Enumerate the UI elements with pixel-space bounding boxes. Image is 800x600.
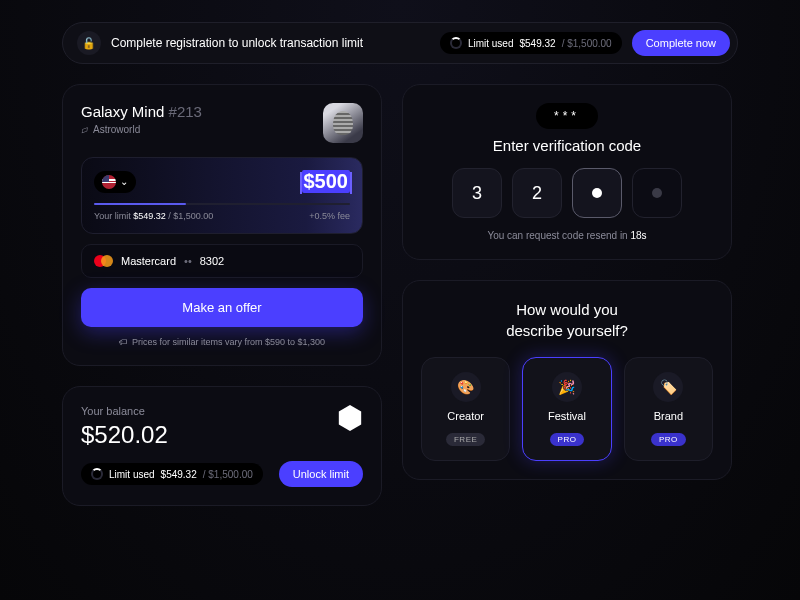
spinner-icon — [450, 37, 462, 49]
payment-method[interactable]: Mastercard •• 8302 — [81, 244, 363, 278]
option-brand[interactable]: 🏷️ Brand PRO — [624, 357, 713, 461]
code-mask: *** — [536, 103, 598, 129]
tag-icon: ▱ — [79, 123, 90, 136]
resend-text: You can request code resend in 18s — [421, 230, 713, 241]
confetti-icon: 🎉 — [552, 372, 582, 402]
balance-label: Your balance — [81, 405, 363, 417]
balance-card: Your balance $520.02 Limit used $549.32 … — [62, 386, 382, 506]
describe-card: How would you describe yourself? 🎨 Creat… — [402, 280, 732, 480]
amount-box: ⌄ $500 Your limit $549.32 / $1,500.00 +0… — [81, 157, 363, 234]
tag-icon: 🏷 — [119, 337, 128, 347]
us-flag-icon — [102, 175, 116, 189]
code-cell-2[interactable]: 2 — [512, 168, 562, 218]
offer-card: Galaxy Mind #213 ▱ Astroworld ⌄ $500 — [62, 84, 382, 366]
unlock-limit-button[interactable]: Unlock limit — [279, 461, 363, 487]
verification-card: *** Enter verification code 3 2 You can … — [402, 84, 732, 260]
banner-text: Complete registration to unlock transact… — [111, 36, 430, 50]
code-cell-1[interactable]: 3 — [452, 168, 502, 218]
code-input-row: 3 2 — [421, 168, 713, 218]
balance-value: $520.02 — [81, 421, 363, 449]
describe-title: How would you describe yourself? — [421, 299, 713, 341]
option-festival[interactable]: 🎉 Festival PRO — [522, 357, 611, 461]
limit-label: Limit used — [468, 38, 514, 49]
complete-now-button[interactable]: Complete now — [632, 30, 730, 56]
nft-avatar — [323, 103, 363, 143]
offer-collection: ▱ Astroworld — [81, 124, 202, 135]
limit-pill: Limit used $549.32 / $1,500.00 — [440, 32, 622, 54]
amount-input[interactable]: $500 — [302, 170, 351, 193]
chevron-down-icon: ⌄ — [120, 176, 128, 187]
palette-icon: 🎨 — [451, 372, 481, 402]
price-hint: 🏷 Prices for similar items vary from $59… — [81, 337, 363, 347]
limit-progress — [94, 203, 350, 205]
fee-label: +0.5% fee — [309, 211, 350, 221]
currency-selector[interactable]: ⌄ — [94, 171, 136, 193]
limit-total: / $1,500.00 — [562, 38, 612, 49]
verify-title: Enter verification code — [421, 137, 713, 154]
offer-title: Galaxy Mind #213 — [81, 103, 202, 120]
spinner-icon — [91, 468, 103, 480]
registration-banner: 🔓 Complete registration to unlock transa… — [62, 22, 738, 64]
make-offer-button[interactable]: Make an offer — [81, 288, 363, 327]
unlock-icon: 🔓 — [77, 31, 101, 55]
limit-used: $549.32 — [519, 38, 555, 49]
option-creator[interactable]: 🎨 Creator FREE — [421, 357, 510, 461]
balance-limit-pill: Limit used $549.32 / $1,500.00 — [81, 463, 263, 485]
label-icon: 🏷️ — [653, 372, 683, 402]
code-cell-3[interactable] — [572, 168, 622, 218]
mastercard-icon — [94, 255, 113, 267]
code-cell-4[interactable] — [632, 168, 682, 218]
